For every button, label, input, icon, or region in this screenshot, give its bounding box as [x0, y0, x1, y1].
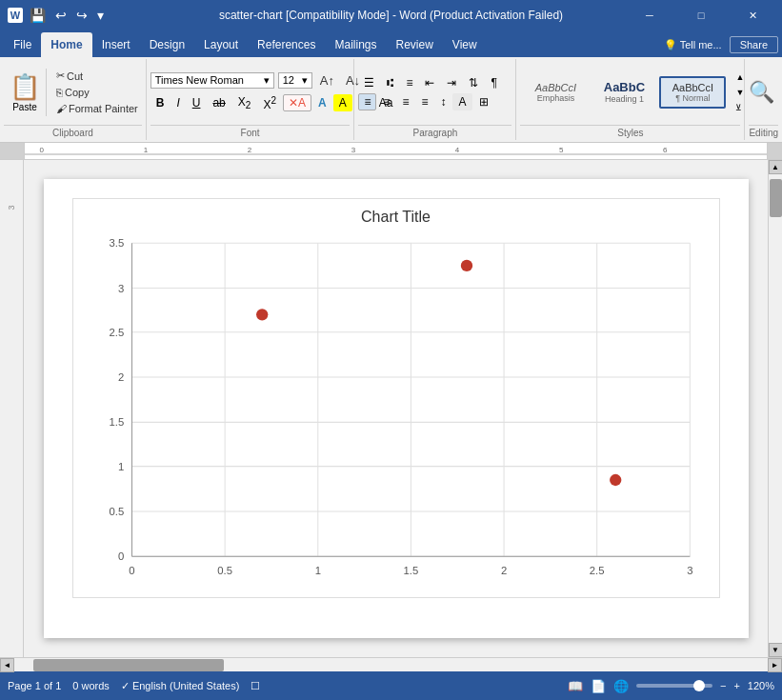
scatter-chart[interactable]: 3.5 3 2.5 2 1.5 1 0.5 0 0 0.5 1 1.5 2 [83, 233, 710, 586]
document-area[interactable]: Chart Title [24, 160, 768, 657]
tab-design[interactable]: Design [140, 32, 194, 57]
scissors-icon: ✂ [56, 70, 65, 82]
superscript-button[interactable]: X2 [257, 93, 282, 113]
scroll-left-button[interactable]: ◄ [0, 658, 14, 672]
paragraph-group: ☰ ⑆ ≡ ⇤ ⇥ ⇅ ¶ ≡ ≡ ≡ ≡ ↕ A ⊞ Paragraph [354, 59, 516, 140]
multilevel-list-button[interactable]: ≡ [400, 74, 418, 91]
underline-button[interactable]: U [187, 94, 207, 111]
zoom-in-button[interactable]: + [733, 680, 739, 691]
chart-title: Chart Title [83, 209, 710, 226]
data-point-2[interactable] [256, 309, 268, 320]
borders-button[interactable]: ⊞ [473, 93, 494, 110]
svg-text:0.5: 0.5 [217, 565, 232, 576]
customize-quick-access-button[interactable]: ▾ [94, 6, 107, 25]
track-changes-icon[interactable]: ☐ [251, 680, 260, 692]
save-button[interactable]: 💾 [27, 6, 49, 25]
vertical-scrollbar: ▲ ▼ [768, 160, 782, 657]
ruler-main: 0 1 2 3 4 5 6 [24, 143, 768, 159]
italic-button[interactable]: I [170, 94, 185, 111]
decrease-indent-button[interactable]: ⇤ [419, 74, 440, 91]
page-info: Page 1 of 1 [8, 680, 61, 691]
font-size-dropdown[interactable]: 12 ▾ [278, 72, 312, 89]
style-emphasis[interactable]: AaBbCcI Emphasis [522, 76, 589, 109]
svg-text:2: 2 [248, 146, 252, 154]
quick-access-toolbar: W 💾 ↩ ↪ ▾ [8, 6, 107, 25]
align-left-button[interactable]: ≡ [358, 93, 376, 110]
scroll-down-button[interactable]: ▼ [769, 643, 783, 657]
tab-references[interactable]: References [248, 32, 325, 57]
paste-button[interactable]: 📋 Paste [4, 69, 47, 116]
highlight-button[interactable]: A [333, 94, 352, 111]
scroll-thumb[interactable] [770, 179, 782, 217]
tell-me-button[interactable]: 💡 Tell me... [664, 39, 722, 51]
scroll-track[interactable] [770, 174, 782, 643]
line-spacing-button[interactable]: ↕ [434, 93, 451, 110]
status-bar: Page 1 of 1 0 words ✓ English (United St… [0, 671, 782, 700]
web-layout-button[interactable]: 🌐 [613, 679, 629, 693]
align-right-button[interactable]: ≡ [396, 93, 414, 110]
copy-icon: ⎘ [56, 87, 63, 98]
format-painter-button[interactable]: 🖌 Format Painter [52, 101, 142, 116]
strikethrough-button[interactable]: ab [207, 94, 231, 111]
font-name-dropdown[interactable]: Times New Roman ▾ [150, 72, 274, 89]
bullets-button[interactable]: ☰ [358, 74, 380, 91]
style-normal[interactable]: AaBbCcI ¶ Normal [659, 76, 726, 109]
paste-icon: 📋 [10, 72, 40, 102]
language-indicator[interactable]: ✓ English (United States) [121, 680, 240, 692]
paragraph-label: Paragraph [358, 125, 511, 138]
sort-button[interactable]: ⇅ [463, 74, 484, 91]
maximize-button[interactable]: □ [679, 0, 723, 30]
left-panel: 3 [0, 160, 24, 657]
numbering-button[interactable]: ⑆ [381, 74, 399, 91]
tab-mailings[interactable]: Mailings [325, 32, 386, 57]
shading-button[interactable]: A [452, 93, 471, 110]
title-bar: W 💾 ↩ ↪ ▾ scatter-chart [Compatibility M… [0, 0, 782, 30]
close-button[interactable]: ✕ [731, 0, 774, 30]
tab-home[interactable]: Home [41, 32, 91, 57]
zoom-level[interactable]: 120% [748, 680, 774, 691]
chevron-down-icon: ▾ [302, 74, 308, 87]
scroll-up-button[interactable]: ▲ [769, 160, 783, 174]
show-formatting-button[interactable]: ¶ [485, 74, 502, 91]
ruler-left-margin [0, 143, 24, 159]
zoom-slider[interactable] [636, 684, 712, 688]
share-button[interactable]: Share [730, 36, 778, 53]
chevron-down-icon: ▾ [264, 74, 270, 87]
minimize-button[interactable]: ─ [628, 0, 672, 30]
text-effects-button[interactable]: A [312, 94, 332, 111]
chart-container[interactable]: Chart Title [72, 198, 720, 598]
zoom-out-button[interactable]: − [720, 680, 726, 691]
clear-format-button[interactable]: ✕A [283, 94, 311, 111]
h-scroll-thumb[interactable] [33, 659, 224, 671]
tab-review[interactable]: Review [386, 32, 442, 57]
data-point-3[interactable] [610, 474, 621, 486]
style-heading1[interactable]: AaBbC Heading 1 [591, 74, 657, 110]
search-icon[interactable]: 🔍 [749, 80, 774, 105]
tab-insert[interactable]: Insert [92, 32, 140, 57]
zoom-thumb[interactable] [693, 680, 705, 691]
increase-font-button[interactable]: A↑ [316, 71, 338, 90]
increase-indent-button[interactable]: ⇥ [441, 74, 462, 91]
svg-text:6: 6 [663, 146, 668, 154]
scroll-right-button[interactable]: ► [768, 658, 782, 672]
tab-layout[interactable]: Layout [194, 32, 248, 57]
redo-button[interactable]: ↪ [73, 6, 90, 25]
data-point-1[interactable] [460, 260, 471, 271]
bold-button[interactable]: B [150, 94, 170, 111]
tab-view[interactable]: View [443, 32, 487, 57]
clipboard-small-buttons: ✂ Cut ⎘ Copy 🖌 Format Painter [52, 68, 142, 116]
h-scroll-track[interactable] [14, 658, 768, 671]
tab-file[interactable]: File [4, 32, 41, 57]
svg-text:3.5: 3.5 [109, 237, 124, 249]
copy-button[interactable]: ⎘ Copy [52, 85, 142, 100]
paintbrush-icon: 🖌 [56, 103, 67, 114]
svg-text:1.5: 1.5 [403, 565, 418, 576]
subscript-button[interactable]: X2 [232, 93, 257, 112]
align-center-button[interactable]: ≡ [377, 93, 395, 110]
undo-button[interactable]: ↩ [52, 6, 70, 25]
svg-text:1: 1 [117, 461, 123, 472]
cut-button[interactable]: ✂ Cut [52, 68, 142, 84]
justify-button[interactable]: ≡ [415, 93, 433, 110]
print-layout-button[interactable]: 📄 [591, 679, 606, 693]
read-mode-button[interactable]: 📖 [568, 679, 583, 693]
